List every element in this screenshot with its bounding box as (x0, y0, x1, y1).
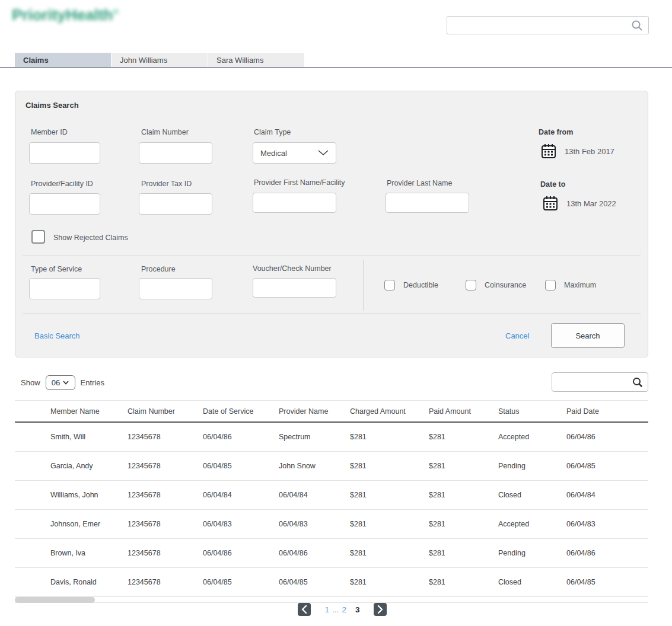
cell-member-name: Smith, Will (50, 433, 128, 441)
search-icon[interactable] (632, 376, 644, 388)
date-from-picker[interactable]: 13th Feb 2017 (541, 143, 614, 159)
table-row: Garcia, Andy 12345678 06/04/85 John Snow… (15, 452, 648, 481)
cell-date-of-service: 06/04/86 (203, 433, 279, 441)
prev-page-button[interactable] (298, 603, 311, 616)
tab-claims-label: Claims (23, 56, 49, 65)
tab-john-williams[interactable]: John Williams (112, 53, 208, 67)
table-row: Brown, Iva 12345678 06/04/86 06/04/86 $2… (15, 539, 648, 568)
cell-paid-date: 06/04/86 (566, 433, 648, 441)
calendar-icon[interactable] (543, 196, 558, 211)
date-to-value: 13th Mar 2022 (566, 199, 616, 208)
provider-last-name-field[interactable] (386, 193, 469, 213)
tab-sara-williams[interactable]: Sara Williams (208, 53, 304, 67)
claim-number-link[interactable]: 12345678 (128, 462, 203, 470)
tab-claims[interactable]: Claims (15, 53, 111, 67)
current-page: 3 (355, 605, 360, 614)
table-row: Smith, Will 12345678 06/04/86 Spectrum $… (15, 423, 648, 452)
search-icon[interactable] (630, 19, 644, 32)
claim-number-link[interactable]: 12345678 (128, 520, 203, 528)
table-header-row: Member Name Claim Number Date of Service… (15, 401, 648, 423)
coinsurance-label: Coinsurance (485, 281, 526, 289)
cell-member-name: Williams, John (50, 491, 128, 499)
claim-number-field[interactable] (139, 142, 212, 164)
cell-member-name: Garcia, Andy (50, 462, 128, 470)
cell-status: Pending (498, 549, 566, 557)
cell-paid-amount: $281 (429, 433, 498, 441)
claim-type-select[interactable]: Medical (253, 142, 336, 164)
global-search-input[interactable] (447, 16, 649, 34)
cell-date-of-service: 06/04/86 (203, 549, 279, 557)
chevron-left-icon (301, 605, 307, 614)
coinsurance-checkbox[interactable] (466, 280, 476, 290)
priorityhealth-logo: PriorityHealth® (12, 6, 119, 24)
provider-tax-id-field[interactable] (139, 193, 212, 215)
cell-paid-date: 06/04/84 (566, 491, 648, 499)
claim-type-label: Claim Type (254, 128, 291, 136)
tab-bar: Claims John Williams Sara Williams (15, 53, 305, 67)
date-to-picker[interactable]: 13th Mar 2022 (543, 196, 616, 211)
entries-per-page-value: 06 (52, 378, 60, 387)
deductible-group: Deductible (384, 280, 438, 290)
cell-charged-amount: $281 (350, 462, 429, 470)
col-status: Status (498, 407, 566, 416)
cell-paid-amount: $281 (429, 520, 498, 528)
cell-paid-amount: $281 (429, 462, 498, 470)
type-of-service-label: Type of Service (31, 265, 82, 273)
tab-john-williams-label: John Williams (120, 56, 167, 65)
entries-per-page-select[interactable]: 06 (46, 375, 75, 390)
show-rejected-checkbox[interactable] (31, 230, 45, 244)
type-of-service-field[interactable] (29, 278, 100, 299)
show-rejected-label: Show Rejected Claims (53, 234, 128, 242)
entries-label: Entries (81, 378, 104, 387)
cell-status: Accepted (498, 520, 566, 528)
page-1-link[interactable]: 1 (325, 605, 330, 614)
voucher-check-field[interactable] (253, 278, 336, 298)
col-charged-amount: Charged Amount (350, 407, 429, 416)
member-id-field[interactable] (29, 142, 100, 164)
deductible-checkbox[interactable] (384, 280, 395, 290)
table-filter-input[interactable] (552, 372, 648, 392)
claim-number-link[interactable]: 12345678 (128, 549, 203, 557)
cell-provider-name: John Snow (279, 462, 350, 470)
provider-facility-id-label: Provider/Facility ID (31, 180, 93, 188)
next-page-button[interactable] (374, 603, 387, 616)
cell-paid-date: 06/04/85 (566, 462, 648, 470)
claim-number-link[interactable]: 12345678 (128, 491, 203, 499)
maximum-label: Maximum (564, 281, 596, 289)
col-date-of-service: Date of Service (203, 407, 279, 416)
cell-paid-amount: $281 (429, 549, 498, 557)
cell-status: Closed (498, 491, 566, 499)
claims-table: Member Name Claim Number Date of Service… (15, 400, 648, 603)
panel-title: Claims Search (26, 101, 79, 110)
vertical-divider (364, 260, 364, 311)
cell-paid-date: 06/04/83 (566, 520, 648, 528)
deductible-label: Deductible (403, 281, 438, 289)
show-label: Show (21, 378, 40, 387)
scrollbar-thumb[interactable] (15, 597, 95, 603)
claim-type-value: Medical (260, 149, 287, 158)
cell-provider-name: 06/04/85 (279, 578, 350, 586)
provider-facility-id-field[interactable] (29, 193, 100, 215)
coinsurance-group: Coinsurance (466, 280, 526, 290)
cell-provider-name: 06/04/83 (279, 520, 350, 528)
provider-tax-id-label: Provider Tax ID (141, 180, 192, 188)
page-ellipsis: ... (332, 605, 339, 614)
procedure-field[interactable] (139, 278, 212, 299)
horizontal-scrollbar[interactable] (15, 597, 648, 603)
maximum-checkbox[interactable] (545, 280, 556, 290)
panel-divider (23, 313, 641, 314)
search-button[interactable]: Search (551, 323, 625, 348)
voucher-check-label: Voucher/Check Number (253, 264, 332, 273)
provider-first-name-field[interactable] (253, 193, 336, 213)
page-2-link[interactable]: 2 (342, 605, 346, 614)
tab-sara-williams-label: Sara Williams (216, 56, 263, 65)
col-paid-date: Paid Date (566, 407, 648, 416)
calendar-icon[interactable] (541, 143, 556, 159)
claim-number-link[interactable]: 12345678 (128, 433, 203, 441)
basic-search-link[interactable]: Basic Search (34, 331, 80, 340)
cell-member-name: Johnson, Emer (50, 520, 128, 528)
col-claim-number: Claim Number (128, 407, 203, 416)
claim-number-link[interactable]: 12345678 (128, 578, 203, 586)
cancel-link[interactable]: Cancel (505, 331, 529, 340)
provider-last-name-label: Provider Last Name (387, 179, 452, 187)
